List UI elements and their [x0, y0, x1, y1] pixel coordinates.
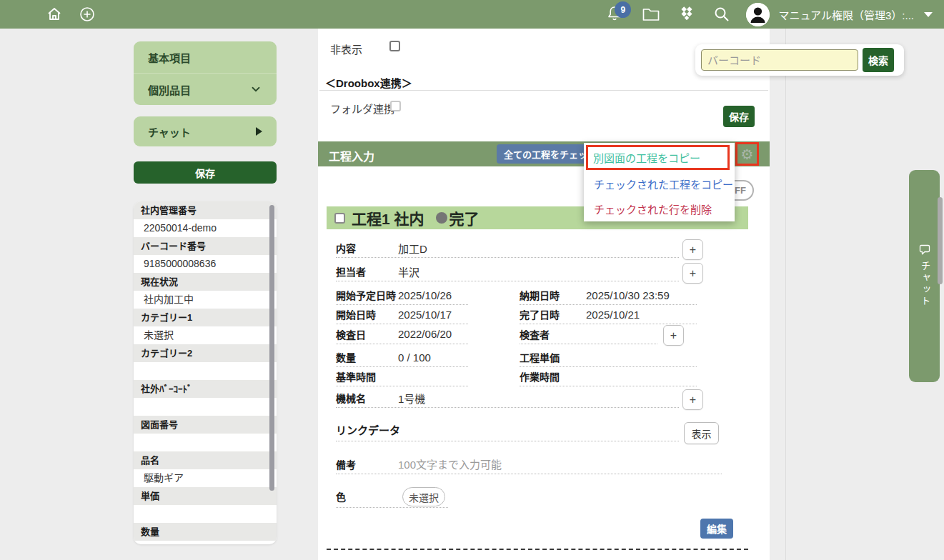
process-1-status: 完了: [449, 207, 480, 229]
chat-side-tab-label: チャット: [918, 261, 932, 308]
gear-icon-highlight[interactable]: ⚙: [735, 142, 759, 166]
row-machine-value[interactable]: 1号機: [398, 391, 425, 406]
row-due-value[interactable]: 2025/10/30 23:59: [586, 289, 670, 301]
row-std-time: 基準時間: [336, 367, 468, 386]
process-1-title: 工程1 社内: [352, 207, 424, 229]
row-inspector-label: 検査者: [520, 327, 550, 341]
inspector-add-button[interactable]: +: [663, 325, 684, 346]
row-link-data: リンクデータ: [336, 418, 679, 441]
panel-scrollbar-thumb[interactable]: [269, 205, 274, 491]
search-icon[interactable]: [713, 6, 730, 23]
field-value: 社内加工中: [134, 291, 277, 309]
menu-item-label: チェックされた工程をコピー: [594, 176, 733, 191]
menu-item-delete-checked[interactable]: チェックされた行を削除: [594, 196, 712, 221]
page-scrollbar-thumb[interactable]: [938, 197, 943, 284]
row-done-label: 完了日時: [520, 307, 560, 321]
field-label: 品名: [134, 451, 277, 469]
sidebar-item-individual[interactable]: 個別品目: [134, 74, 277, 105]
menu-item-label: 別図面の工程をコピー: [593, 150, 700, 165]
row-start: 開始日時 2025/10/17: [336, 305, 468, 324]
barcode-search-button[interactable]: 検索: [863, 48, 894, 72]
sidebar-item-chat-label: チャット: [148, 124, 191, 139]
field-label: 数量: [134, 523, 277, 541]
field-label: 社内管理番号: [134, 201, 277, 219]
user-avatar[interactable]: [746, 3, 770, 26]
caret-down-icon[interactable]: [924, 12, 933, 17]
topbar: 9 マニュ: [0, 0, 944, 29]
barcode-input[interactable]: [701, 49, 858, 71]
row-start-planned-value[interactable]: 2025/10/26: [398, 289, 452, 301]
item-summary-panel: 社内管理番号 22050014-demo バーコード番号 91850000086…: [134, 201, 277, 544]
row-done-value[interactable]: 2025/10/21: [586, 309, 640, 321]
menu-item-copy-checked[interactable]: チェックされた工程をコピー: [594, 171, 733, 196]
row-note-label: 備考: [336, 457, 356, 471]
staff-add-button[interactable]: +: [682, 263, 703, 284]
field-label: カテゴリー1: [134, 309, 277, 326]
folder-link-checkbox[interactable]: [390, 101, 401, 111]
sidebar-save-button[interactable]: 保存: [134, 161, 277, 184]
row-start-label: 開始日時: [336, 307, 376, 321]
edit-label: 編集: [707, 521, 727, 536]
row-start-planned: 開始予定日時 2025/10/26: [336, 286, 468, 305]
sidebar-item-basic-label: 基本項目: [148, 50, 191, 65]
dropbox-icon[interactable]: [677, 6, 696, 23]
row-note: 備考 100文字まで入力可能: [336, 454, 722, 474]
field-label: 社外ﾊﾞｰｺｰﾄﾞ: [134, 380, 277, 398]
process-input-title: 工程入力: [329, 147, 374, 164]
row-inspect-date: 検査日 2022/06/20: [336, 324, 468, 344]
main-save-button[interactable]: 保存: [723, 106, 755, 127]
field-label: カテゴリー2: [134, 344, 277, 362]
color-select-pill[interactable]: 未選択: [402, 487, 445, 506]
sidebar-item-chat[interactable]: チャット: [134, 116, 277, 146]
section-divider: [319, 90, 768, 91]
machine-add-button[interactable]: +: [682, 389, 703, 410]
row-inspect-date-value[interactable]: 2022/06/20: [398, 328, 452, 340]
menu-item-copy-other-drawing[interactable]: 別図面の工程をコピー: [586, 145, 730, 170]
row-machine: 機械名 1号機: [336, 389, 679, 408]
row-start-value[interactable]: 2025/10/17: [398, 309, 452, 321]
content-add-button[interactable]: +: [682, 239, 703, 260]
notification-badge: 9: [615, 1, 631, 18]
row-std-time-label: 基準時間: [336, 369, 376, 384]
home-icon[interactable]: [46, 6, 63, 23]
gear-dropdown-menu: 別図面の工程をコピー チェックされた工程をコピー チェックされた行を削除: [584, 143, 735, 221]
row-staff-label: 担当者: [336, 264, 366, 279]
row-machine-label: 機械名: [336, 391, 366, 405]
folder-icon[interactable]: [642, 6, 660, 22]
sidebar-item-basic[interactable]: 基本項目: [134, 41, 277, 74]
gear-icon: ⚙: [741, 147, 754, 161]
field-label: 単価: [134, 487, 277, 505]
row-qty-value[interactable]: 0 / 100: [398, 351, 431, 364]
user-label[interactable]: マニュアル権限（管理3）:...: [778, 7, 914, 22]
notifications-bell-icon[interactable]: 9: [606, 5, 623, 24]
folder-link-label: フォルダ連携: [330, 101, 394, 116]
field-label: 図面番号: [134, 416, 277, 434]
row-staff-value[interactable]: 半沢: [398, 264, 419, 279]
row-qty-label: 数量: [336, 350, 356, 364]
field-value: [134, 434, 277, 451]
row-note-placeholder[interactable]: 100文字まで入力可能: [398, 456, 502, 471]
edit-button[interactable]: 編集: [700, 519, 733, 539]
menu-icon[interactable]: [11, 8, 30, 21]
chevron-right-icon: [256, 127, 262, 136]
row-link-label: リンクデータ: [336, 422, 400, 437]
link-show-button[interactable]: 表示: [684, 422, 719, 444]
row-content-value[interactable]: 加工D: [398, 241, 427, 256]
row-staff: 担当者 半沢: [336, 262, 679, 281]
sidebar-save-label: 保存: [195, 166, 215, 180]
add-icon[interactable]: [79, 6, 96, 23]
row-due-label: 納期日時: [520, 288, 560, 302]
sidebar-tab-group: 基本項目 個別品目: [134, 41, 277, 105]
content-divider-line: [785, 29, 786, 560]
color-select-label: 未選択: [409, 490, 439, 504]
row-unit-price-label: 工程単価: [520, 350, 560, 364]
hidden-checkbox[interactable]: [389, 41, 400, 51]
chat-side-tab[interactable]: チャット: [909, 170, 940, 382]
row-due: 納期日時 2025/10/30 23:59: [520, 286, 697, 305]
sidebar-item-individual-label: 個別品目: [148, 82, 191, 97]
field-label: バーコード番号: [134, 237, 277, 255]
field-value: 駆動ギア: [134, 469, 277, 487]
hidden-label: 非表示: [330, 41, 362, 56]
process-1-checkbox[interactable]: [334, 213, 345, 224]
app-screen: 9 マニュ: [0, 0, 944, 560]
